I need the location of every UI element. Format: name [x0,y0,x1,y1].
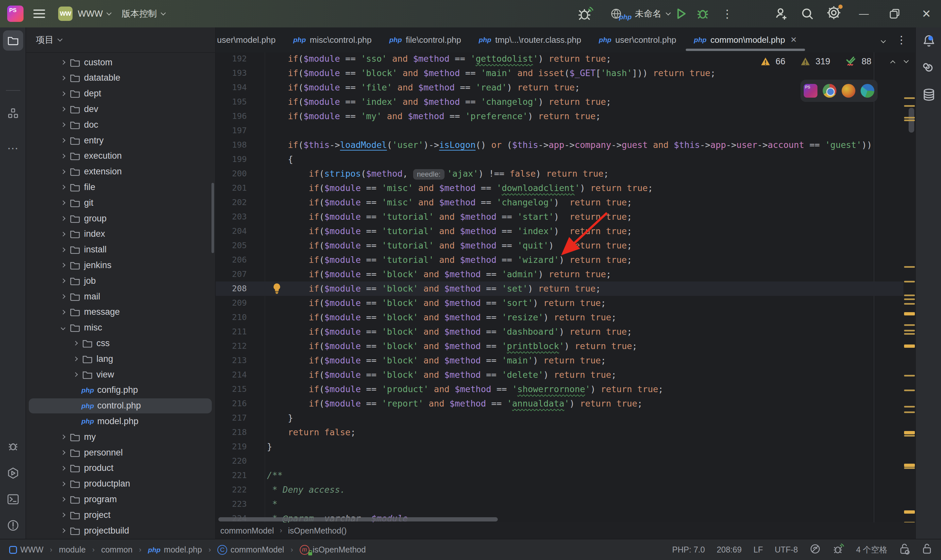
debug-listener-icon[interactable] [578,0,594,28]
error-stripe-mark[interactable] [904,411,915,413]
tab-user-control.php[interactable]: phpuser\control.php [590,28,685,52]
window-close-button[interactable]: ✕ [922,0,931,28]
project-panel-header[interactable]: 项目 [26,28,215,53]
error-stripe-mark[interactable] [904,281,915,282]
error-stripe-mark[interactable] [904,467,915,469]
project-badge-icon[interactable]: WW [58,6,73,21]
error-stripe-mark[interactable] [904,117,915,118]
notifications-bell-icon[interactable] [920,32,938,50]
tree-item-doc[interactable]: doc [29,117,212,132]
error-stripe-mark[interactable] [904,330,915,331]
chevron-right-icon[interactable] [61,138,65,143]
firefox-browser-icon[interactable] [842,84,855,98]
tree-scrollbar[interactable] [211,183,214,253]
chevron-right-icon[interactable] [61,216,65,221]
chevron-right-icon[interactable] [61,91,65,96]
tree-item-misc[interactable]: misc [29,320,212,335]
error-stripe-mark[interactable] [904,298,915,300]
status-breadcrumb-commonModel[interactable]: CcommonModel [218,545,284,555]
tree-item-extension[interactable]: extension [29,164,212,179]
tree-item-index[interactable]: index [29,227,212,242]
problems-tool-icon[interactable] [3,515,23,535]
chevron-right-icon[interactable] [61,185,65,189]
search-everywhere-icon[interactable] [800,0,815,28]
code-with-me-icon[interactable] [773,0,788,28]
tree-item-datatable[interactable]: datatable [29,71,212,86]
hidden-tabs-chevron-icon[interactable] [881,38,886,43]
error-stripe-mark[interactable] [904,97,915,99]
writable-lock-icon[interactable] [922,543,932,557]
tree-item-message[interactable]: message [29,305,212,320]
tree-item-model.php[interactable]: phpmodel.php [29,414,212,429]
tree-item-my[interactable]: my [29,429,212,445]
error-stripe-mark[interactable] [904,324,915,326]
chevron-right-icon[interactable] [61,232,65,236]
status-breadcrumb-isOpenMethod[interactable]: misOpenMethod [300,545,366,555]
chrome-browser-icon[interactable] [823,84,836,98]
prev-problem-chevron-icon[interactable] [890,60,896,65]
chevron-right-icon[interactable] [61,310,65,314]
vcs-widget[interactable]: 版本控制 [122,0,165,28]
tree-item-jenkins[interactable]: jenkins [29,258,212,273]
error-stripe-mark[interactable] [904,266,915,268]
chevron-right-icon[interactable] [61,107,65,111]
error-stripe-mark[interactable] [904,389,915,391]
php-version-widget[interactable]: PHP: 7.0 [672,545,705,554]
phpstorm-browser-icon[interactable]: PS [804,84,818,98]
chevron-right-icon[interactable] [61,528,65,533]
chevron-right-icon[interactable] [61,497,65,502]
tree-item-git[interactable]: git [29,195,212,210]
error-stripe-mark[interactable] [904,431,915,434]
tree-item-project[interactable]: project [29,508,212,522]
chevron-right-icon[interactable] [61,248,65,252]
tree-item-control.php[interactable]: phpcontrol.php [29,398,212,413]
tree-item-config.php[interactable]: phpconfig.php [29,383,212,398]
error-stripe-mark[interactable] [904,295,915,296]
more-tools-icon[interactable]: … [3,135,23,155]
error-stripe-mark[interactable] [904,105,915,107]
project-tool-icon[interactable] [3,30,23,51]
breadcrumb-class[interactable]: commonModel [220,526,274,535]
debug-tool-icon[interactable] [3,436,23,457]
chevron-right-icon[interactable] [61,294,65,299]
tree-item-dept[interactable]: dept [29,86,212,101]
tab-tmp-...-router.class.php[interactable]: phptmp\...\router.class.php [470,28,590,52]
chevron-right-icon[interactable] [61,482,65,486]
error-stripe-mark[interactable] [904,375,915,377]
status-breadcrumb-model.php[interactable]: phpmodel.php [148,545,202,554]
project-switcher[interactable]: WWW [78,0,111,28]
tab-options-kebab-icon[interactable]: ⋮ [896,34,907,46]
error-stripe-mark[interactable] [904,303,915,305]
indent-widget[interactable]: 4 个空格 [856,544,887,555]
chevron-right-icon[interactable] [61,513,65,517]
error-stripe-mark[interactable] [904,333,915,335]
edge-browser-icon[interactable] [861,84,874,98]
tree-item-group[interactable]: group [29,211,212,226]
tree-item-program[interactable]: program [29,492,212,507]
highlighting-level-icon[interactable] [810,543,821,556]
tree-item-personnel[interactable]: personnel [29,445,212,460]
services-tool-icon[interactable] [3,463,23,483]
tree-item-dev[interactable]: dev [29,102,212,117]
code-editor[interactable]: 192 if($module == 'sso' and $method == '… [216,52,915,522]
chevron-right-icon[interactable] [61,76,65,80]
tree-item-custom[interactable]: custom [29,55,212,70]
tab-close-icon[interactable]: ✕ [790,35,797,45]
tree-item-mail[interactable]: mail [29,289,212,304]
editor-horizontal-scrollbar[interactable] [218,517,498,522]
error-stripe-mark[interactable] [904,312,915,315]
chevron-right-icon[interactable] [61,466,65,471]
error-stripe-mark[interactable] [904,510,915,514]
chevron-right-icon[interactable] [61,154,65,158]
tab-user-model.php[interactable]: user\model.php [216,28,284,52]
line-ending-widget[interactable]: LF [753,545,763,554]
window-minimize-button[interactable]: — [859,0,869,28]
tree-item-product[interactable]: product [29,461,212,476]
tab-file-control.php[interactable]: phpfile\control.php [381,28,470,52]
tree-item-css[interactable]: css [29,336,212,351]
tree-item-file[interactable]: file [29,180,212,195]
chevron-right-icon[interactable] [61,60,65,65]
tab-common-model.php[interactable]: phpcommon\model.php✕ [685,28,806,52]
database-icon[interactable] [920,86,938,104]
breadcrumb-method[interactable]: isOpenMethod() [288,526,347,535]
